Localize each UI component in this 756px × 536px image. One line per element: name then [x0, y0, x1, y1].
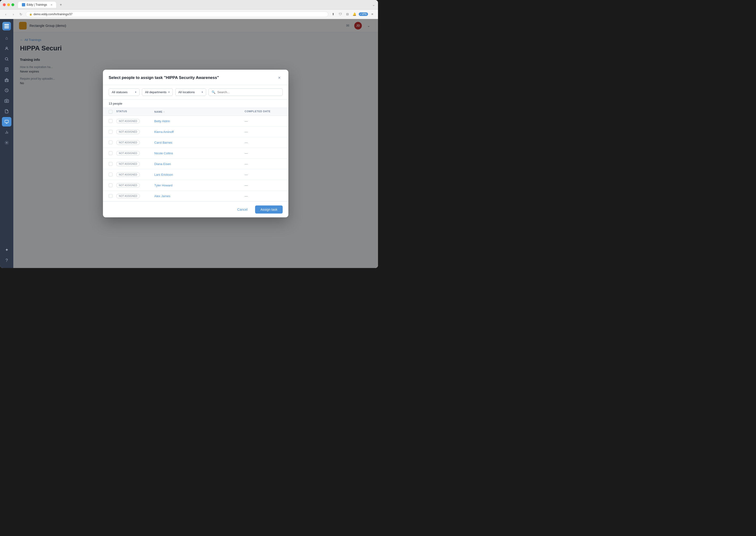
sidebar-item-training[interactable]: [2, 117, 12, 126]
logo-icon: [4, 26, 9, 27]
menu-button[interactable]: ≡: [370, 12, 375, 17]
address-bar[interactable]: 🔒 demo.eddy.com/hr/trainings/37: [26, 12, 328, 17]
svg-point-1: [5, 57, 8, 60]
status-badge-8: NOT ASSIGNED: [116, 194, 140, 198]
select-all-checkbox[interactable]: [109, 110, 116, 114]
status-badge-3: NOT ASSIGNED: [116, 140, 140, 145]
assign-people-modal: Select people to assign task "HIPPA Secu…: [103, 70, 288, 218]
row-checkbox-6[interactable]: [109, 173, 113, 177]
sidebar-item-settings[interactable]: [2, 138, 12, 148]
status-badge-2: NOT ASSIGNED: [116, 130, 140, 134]
sidebar-item-clock[interactable]: [2, 85, 12, 95]
person-name-4[interactable]: Nicole Collins: [154, 151, 245, 155]
row-checkbox-cell[interactable]: [109, 173, 116, 177]
people-count: 13 people: [103, 99, 288, 108]
person-name-7[interactable]: Tyler Howard: [154, 184, 245, 187]
status-cell-5: NOT ASSIGNED: [116, 161, 154, 166]
cancel-button[interactable]: Cancel: [233, 206, 252, 214]
tab-close-button[interactable]: ×: [51, 3, 52, 6]
sidebar-item-people[interactable]: [2, 44, 12, 53]
location-filter-chevron: ▾: [202, 91, 203, 94]
department-filter[interactable]: All departments ▾: [142, 88, 173, 96]
status-cell-7: NOT ASSIGNED: [116, 183, 154, 187]
tab-title: Eddy | Trainings: [27, 3, 47, 6]
row-checkbox-cell[interactable]: [109, 119, 116, 123]
person-name-5[interactable]: Diana Eisen: [154, 162, 245, 166]
new-tab-button[interactable]: +: [58, 2, 64, 8]
row-checkbox-4[interactable]: [109, 151, 113, 155]
row-checkbox-cell[interactable]: [109, 184, 116, 187]
row-checkbox-cell[interactable]: [109, 151, 116, 155]
person-name-1[interactable]: Betty Aldrin: [154, 119, 245, 123]
name-column-header: NAME ↑: [154, 110, 245, 114]
app-container: ⌂: [0, 19, 378, 268]
row-checkbox-2[interactable]: [109, 130, 113, 134]
table-row: NOT ASSIGNED Alex James —: [103, 191, 288, 201]
row-checkbox-7[interactable]: [109, 184, 113, 187]
svg-point-0: [6, 47, 7, 49]
row-checkbox-cell[interactable]: [109, 130, 116, 134]
browser-titlebar: Eddy | Trainings × + ⌄: [0, 0, 378, 10]
row-checkbox-cell[interactable]: [109, 141, 116, 144]
close-traffic-light[interactable]: [3, 3, 6, 6]
minimize-traffic-light[interactable]: [7, 3, 10, 6]
table-header: STATUS NAME ↑ COMPLETED DATE: [103, 108, 288, 116]
notifications-button[interactable]: 🔔: [352, 12, 357, 17]
sidebar-logo[interactable]: [2, 22, 11, 30]
department-filter-label: All departments: [145, 90, 166, 94]
sidebar-item-chart[interactable]: [2, 127, 12, 137]
shield-icon[interactable]: 🛡: [337, 12, 343, 17]
row-checkbox-8[interactable]: [109, 194, 113, 198]
status-filter[interactable]: All statuses ▾: [109, 88, 140, 96]
browser-tab[interactable]: Eddy | Trainings ×: [18, 2, 56, 8]
sidebar-item-help[interactable]: ?: [2, 256, 12, 265]
sidebar-item-files[interactable]: [2, 107, 12, 116]
sidebar-item-search[interactable]: [2, 54, 12, 64]
search-icon: 🔍: [212, 90, 215, 94]
completed-date-2: —: [245, 130, 283, 134]
forward-button[interactable]: ›: [11, 12, 16, 17]
row-checkbox-cell[interactable]: [109, 194, 116, 198]
row-checkbox-1[interactable]: [109, 119, 113, 123]
table-row: NOT ASSIGNED Lars Erickson —: [103, 169, 288, 180]
completed-date-7: —: [245, 184, 283, 187]
name-sort-icon[interactable]: ↑: [164, 111, 165, 113]
browser-window: Eddy | Trainings × + ⌄ ‹ › ↻ 🔒 demo.eddy…: [0, 0, 378, 268]
header-checkbox[interactable]: [109, 110, 113, 114]
search-input[interactable]: [217, 90, 279, 94]
back-button[interactable]: ‹: [3, 12, 9, 17]
completed-date-4: —: [245, 151, 283, 155]
completed-date-8: —: [245, 194, 283, 198]
sidebar-item-buildings[interactable]: [2, 75, 12, 84]
window-expand-icon[interactable]: ⌄: [372, 2, 375, 7]
completed-date-5: —: [245, 162, 283, 166]
modal-close-button[interactable]: ×: [276, 75, 283, 81]
sidebar-item-documents[interactable]: [2, 65, 12, 74]
sidebar-item-camera[interactable]: [2, 96, 12, 106]
location-filter[interactable]: All locations ▾: [175, 88, 206, 96]
status-column-header: STATUS: [116, 110, 154, 114]
sidebar-item-sparkle[interactable]: ✦: [2, 245, 12, 255]
address-lock-icon: 🔒: [29, 13, 32, 16]
search-box[interactable]: 🔍: [209, 88, 283, 96]
sidebar-item-home[interactable]: ⌂: [2, 33, 12, 43]
browser-toolbar: ‹ › ↻ 🔒 demo.eddy.com/hr/trainings/37 ⬆ …: [0, 10, 378, 19]
status-badge-5: NOT ASSIGNED: [116, 162, 140, 166]
row-checkbox-5[interactable]: [109, 162, 113, 166]
sidebar-toggle[interactable]: ⊟: [345, 12, 350, 17]
assign-task-button[interactable]: Assign task: [255, 206, 283, 214]
person-name-8[interactable]: Alex James: [154, 194, 245, 198]
status-cell-2: NOT ASSIGNED: [116, 129, 154, 134]
row-checkbox-cell[interactable]: [109, 162, 116, 166]
status-cell-8: NOT ASSIGNED: [116, 193, 154, 198]
row-checkbox-3[interactable]: [109, 141, 113, 144]
maximize-traffic-light[interactable]: [12, 3, 14, 6]
svg-point-8: [6, 100, 7, 102]
person-name-6[interactable]: Lars Erickson: [154, 173, 245, 177]
person-name-3[interactable]: Carol Barnes: [154, 141, 245, 144]
person-name-2[interactable]: Kierra Aminoff: [154, 130, 245, 134]
status-cell-6: NOT ASSIGNED: [116, 172, 154, 177]
share-button[interactable]: ⬆: [330, 12, 336, 17]
refresh-button[interactable]: ↻: [18, 12, 24, 17]
status-badge-7: NOT ASSIGNED: [116, 183, 140, 187]
